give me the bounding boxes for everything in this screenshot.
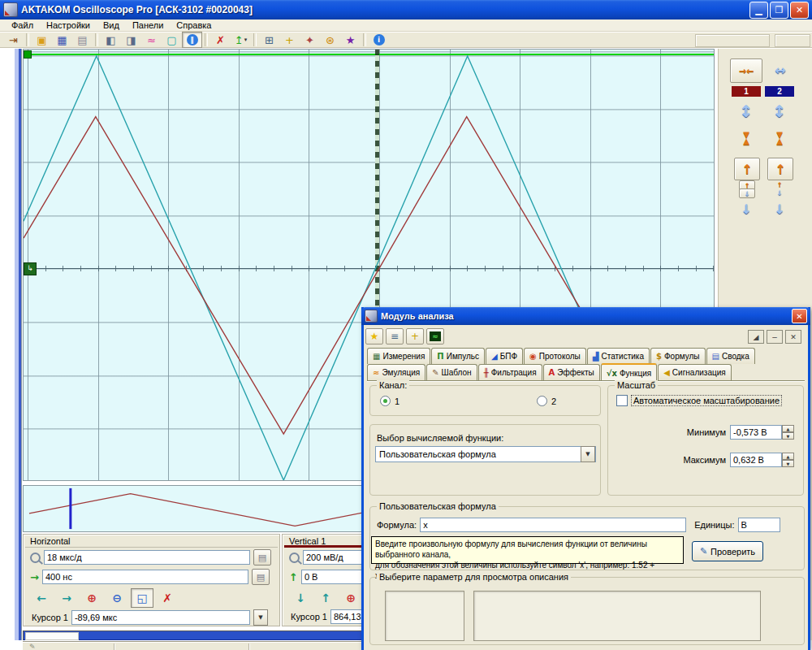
autoscale-checkbox[interactable] [616, 395, 628, 406]
tab-сводка[interactable]: ▤Сводка [706, 348, 755, 364]
autoset-icon[interactable]: ↥▾ [231, 32, 251, 48]
tab-бпф[interactable]: ◢БПФ [486, 348, 523, 364]
settings-hand-icon[interactable]: ⊛ [320, 32, 340, 48]
ch2-fine-up-button[interactable]: ↑ [772, 180, 787, 188]
app-window: AKTAKOM Oscilloscope Pro [АСК-3102 #0020… [0, 0, 812, 650]
expand-horizontal-button[interactable]: ↔ [766, 58, 795, 81]
menu-item-4[interactable]: Справка [170, 20, 218, 31]
maximum-spinner[interactable]: ▲▼ [782, 453, 794, 467]
cursor1-dropdown-button[interactable]: ▼ [253, 609, 268, 626]
zoom-reset-icon[interactable]: ✗ [156, 588, 179, 608]
dialog-close-button[interactable]: ✕ [792, 309, 807, 323]
display-icon[interactable]: ▢ [162, 32, 182, 48]
maximize-button[interactable]: ❒ [770, 2, 788, 19]
ch1-shift-up-button[interactable]: ↑ [734, 158, 760, 180]
spectrum-icon[interactable]: ≈ [141, 32, 162, 48]
wizard-icon[interactable]: ★ [340, 32, 361, 48]
tab-фильтрация[interactable]: ╫Фильтрация [478, 364, 542, 380]
dropdown-caret-icon[interactable]: ▾ [244, 37, 248, 43]
function-select-label: Выбор вычисляемой функции: [377, 433, 503, 443]
tab-протоколы[interactable]: ◉Протоколы [524, 348, 586, 364]
formula-input[interactable] [420, 518, 686, 532]
print-icon[interactable]: ▤ [72, 32, 93, 48]
time-scale-field[interactable] [44, 550, 250, 565]
menu-item-0[interactable]: Файл [5, 20, 40, 31]
tab-эффекты[interactable]: AЭффекты [543, 364, 600, 380]
zoom-in-icon[interactable]: ⊕ [339, 588, 362, 608]
menu-bar: ФайлНастройкиВидПанелиСправка [0, 20, 812, 32]
tab-шаблон[interactable]: ✎Шаблон [426, 364, 477, 380]
measure-cross-icon: + [411, 331, 419, 342]
tab-сигнализация[interactable]: ◀Сигнализация [658, 364, 732, 380]
shift-up-icon[interactable]: ↑ [314, 588, 337, 608]
measure-cross-icon[interactable]: + [406, 328, 424, 344]
measure-cross-icon[interactable]: + [279, 32, 300, 48]
tab-функция[interactable]: √xФункция [601, 363, 657, 382]
exit-icon[interactable]: ⇥ [3, 32, 24, 48]
about-icon[interactable]: i [369, 32, 389, 48]
pause-icon[interactable]: ‖ [182, 32, 202, 48]
tab-label: Статистика [601, 352, 644, 361]
shift-down-icon[interactable]: ↓ [289, 588, 312, 608]
maximum-field[interactable] [730, 453, 782, 467]
function-combobox-arrow[interactable]: ▼ [581, 446, 595, 462]
zoom-out-icon[interactable]: ⊖ [106, 588, 128, 608]
save-icon[interactable]: ▦ [52, 32, 72, 48]
check-formula-button[interactable]: ✎ Проверить [692, 541, 763, 561]
tab-эмуляция[interactable]: ≈Эмуляция [367, 364, 425, 380]
cursor1-time-field[interactable] [71, 610, 250, 625]
pan-right-icon[interactable]: → [55, 588, 78, 608]
zoom-in-icon[interactable]: ⊕ [80, 588, 103, 608]
spectrum-icon: ≈ [147, 35, 156, 46]
zoom-window-icon[interactable]: ◱ [131, 588, 153, 608]
ch2-fine-down-button[interactable]: ↓ [772, 188, 787, 197]
menu-item-3[interactable]: Панели [126, 20, 170, 31]
ch1-shift-down-button[interactable]: ↓ [734, 198, 758, 219]
minimum-spinner[interactable]: ▲▼ [782, 425, 794, 440]
ch1-expand-vertical-button[interactable]: ↕ [735, 99, 758, 124]
close2-button[interactable]: ✕ [785, 330, 801, 344]
close-button[interactable]: ✕ [790, 2, 809, 19]
compress-horizontal-button[interactable]: →← [730, 58, 762, 83]
tab-формулы[interactable]: $Формулы [650, 348, 705, 364]
menu-item-1[interactable]: Настройки [40, 20, 97, 31]
copy-data-icon[interactable]: ◨ [121, 32, 141, 48]
menu-item-2[interactable]: Вид [97, 20, 126, 31]
copy-image-icon[interactable]: ◧ [101, 32, 121, 48]
ch2-compress-vertical-button[interactable]: ▼▲ [768, 125, 791, 151]
tab-импульс[interactable]: ΠИмпульс [431, 348, 485, 364]
scope-screen-icon[interactable]: ≈ [426, 328, 444, 344]
ch1-compress-vertical-button[interactable]: ▼▲ [735, 125, 758, 151]
tab-icon: A [549, 369, 555, 377]
channel-2-radio[interactable] [537, 396, 547, 406]
cursor1-label: Курсор 1 [32, 613, 68, 622]
panels-icon[interactable]: ⊞ [259, 32, 279, 48]
ch2-shift-up-button[interactable]: ↑ [767, 158, 793, 180]
ch1-fine-down-button[interactable]: ↓ [739, 188, 755, 198]
units-input[interactable] [738, 518, 780, 532]
tab-label: Эмуляция [382, 368, 420, 377]
ch2-shift-down-button[interactable]: ↓ [767, 198, 792, 219]
open-file-icon[interactable]: ▣ [32, 32, 52, 48]
sample-rate-field[interactable] [42, 570, 248, 584]
favorites-icon[interactable]: ★ [365, 328, 383, 344]
autoscale-checkbox-label[interactable]: Автоматическое масштабирование [632, 396, 781, 405]
minimize-button[interactable]: − [767, 330, 783, 344]
ch2-expand-vertical-button[interactable]: ↕ [768, 99, 791, 124]
print-rate-button[interactable]: ▤ [252, 569, 270, 585]
pan-left-icon[interactable]: ← [30, 588, 53, 608]
report-icon[interactable]: ≡ [386, 328, 404, 344]
save-icon: ▦ [57, 35, 67, 46]
parameter-list[interactable] [385, 591, 464, 641]
print-scale-button[interactable]: ▤ [253, 549, 271, 566]
scrollbar-thumb[interactable] [25, 632, 79, 640]
stop-acquisition-icon[interactable]: ✗ [210, 32, 231, 48]
calibration-icon[interactable]: ✦ [300, 32, 320, 48]
function-combobox[interactable]: Пользовательская формула ▼ [375, 446, 596, 462]
tab-измерения[interactable]: ▦Измерения [367, 348, 430, 364]
channel-1-radio[interactable] [380, 396, 391, 406]
tab-статистика[interactable]: ▟Статистика [587, 348, 650, 364]
minimize-button[interactable]: ▁ [749, 2, 768, 19]
rollup-button[interactable]: ◢ [748, 330, 764, 344]
minimum-field[interactable] [730, 425, 782, 440]
